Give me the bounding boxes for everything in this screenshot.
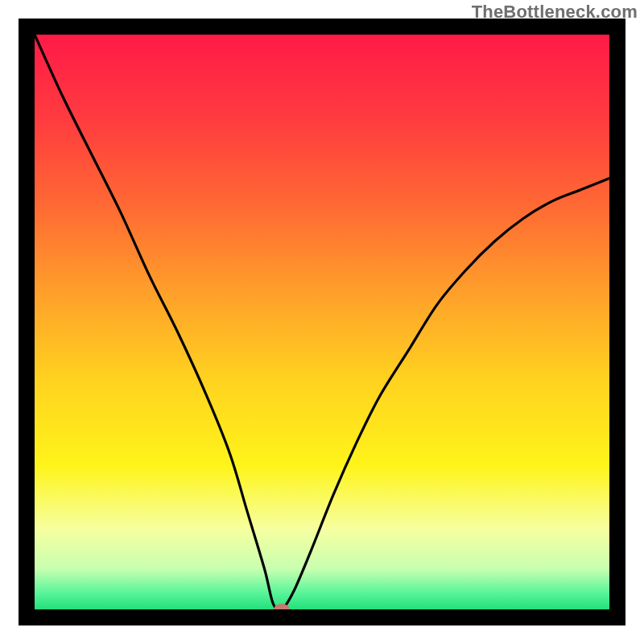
watermark-text: TheBottleneck.com [472, 2, 638, 23]
bottleneck-chart [0, 0, 644, 644]
chart-container: TheBottleneck.com [0, 0, 644, 644]
